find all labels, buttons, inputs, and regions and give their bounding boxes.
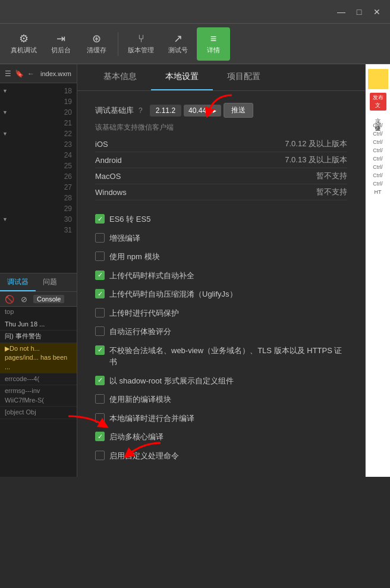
settings-panel: 基本信息 本地设置 项目配置 调试基础库 ? 2.11.2 40.44%▸ 推送… bbox=[77, 64, 365, 477]
line-number-18: 18 bbox=[0, 86, 77, 96]
clear-cache-icon: ⊛ bbox=[92, 33, 101, 44]
test-num-button[interactable]: ↗ 测试号 bbox=[161, 27, 194, 61]
debugger-tab[interactable]: 调试器 bbox=[0, 273, 36, 291]
publish-text: 文 bbox=[375, 102, 380, 108]
debugger-tabs: 调试器 问题 bbox=[0, 273, 77, 292]
details-label: 详情 bbox=[207, 46, 220, 55]
shortcut-8: Ctrl/ bbox=[373, 181, 383, 187]
main-content: ☰ 🔖 ← index.wxm 18 19 20 21 22 23 24 25 … bbox=[0, 64, 390, 477]
label-protect: 上传时进行代码保护 bbox=[109, 307, 347, 319]
console-messages: Thu Jun 18 ... 问) 事件警告 ▶Do not h... page… bbox=[0, 316, 77, 422]
ios-label: iOS bbox=[95, 140, 143, 149]
ios-version: 7.0.12 及以上版本 bbox=[285, 139, 347, 149]
checkbox-row-uglify: 上传代码时自动压缩混淆（UglifyJs） bbox=[95, 285, 347, 304]
checkbox-npm[interactable] bbox=[95, 251, 105, 261]
checkbox-row-es6: ES6 转 ES5 bbox=[95, 210, 347, 229]
checkbox-row-auto-eval: 自动运行体验评分 bbox=[95, 322, 347, 341]
line-number-30: 30 bbox=[0, 214, 77, 225]
checkbox-merge-compile[interactable] bbox=[95, 413, 105, 423]
yellow-sticky bbox=[368, 69, 388, 89]
tab-basic-info[interactable]: 基本信息 bbox=[89, 64, 151, 90]
debug-lib-version: 2.11.2 bbox=[150, 105, 181, 117]
real-machine-button[interactable]: ⚙ 真机调试 bbox=[6, 27, 42, 61]
checkbox-multicore[interactable] bbox=[95, 432, 105, 441]
question-icon[interactable]: ? bbox=[139, 106, 143, 115]
hamburger-icon[interactable]: ☰ bbox=[5, 70, 11, 78]
checkbox-row-protect: 上传时进行代码保护 bbox=[95, 304, 347, 323]
line-number-19: 19 bbox=[0, 96, 77, 107]
line-number-29: 29 bbox=[0, 203, 77, 214]
checkbox-es6[interactable] bbox=[95, 214, 105, 224]
debug-lib-progress: 40.44%▸ bbox=[184, 105, 221, 117]
label-npm: 使用 npm 模块 bbox=[109, 251, 347, 263]
left-panel: ☰ 🔖 ← index.wxm 18 19 20 21 22 23 24 25 … bbox=[0, 64, 77, 477]
checkbox-row-no-check: 不校验合法域名、web-view（业务域名）、TLS 版本以及 HTTPS 证书 bbox=[95, 341, 347, 372]
label-custom-handler: 启用自定义处理命令 bbox=[109, 450, 347, 462]
label-shadow: 以 shadow-root 形式展示自定义组件 bbox=[109, 375, 347, 387]
console-top: top bbox=[0, 307, 77, 316]
settings-tabs: 基本信息 本地设置 项目配置 bbox=[77, 64, 365, 91]
clear-cache-button[interactable]: ⊛ 清缓存 bbox=[80, 27, 113, 61]
checkbox-protect[interactable] bbox=[95, 308, 105, 317]
filename: index.wxm bbox=[40, 70, 71, 77]
bookmark-icon[interactable]: 🔖 bbox=[15, 70, 24, 78]
checkbox-row-enhance: 增强编译 bbox=[95, 229, 347, 248]
label-uglify: 上传代码时自动压缩混淆（UglifyJs） bbox=[109, 288, 347, 300]
label-new-compiler: 使用新的编译模块 bbox=[109, 394, 347, 405]
far-right-content: 发布 文 文 注 快捷键 Ctrl/ Ctrl/ Ctrl/ Ctrl/ Ctr… bbox=[366, 64, 390, 477]
checkbox-row-npm: 使用 npm 模块 bbox=[95, 247, 347, 266]
checkbox-custom-handler[interactable] bbox=[95, 451, 105, 460]
publish-label: 发布 bbox=[373, 95, 383, 100]
line-number-31: 31 bbox=[0, 225, 77, 235]
real-machine-label: 真机调试 bbox=[11, 46, 37, 55]
platform-windows: Windows 暂不支持 bbox=[95, 184, 347, 200]
checkbox-new-compiler[interactable] bbox=[95, 394, 105, 404]
platform-list: iOS 7.0.12 及以上版本 Android 7.0.13 及以上版本 Ma… bbox=[95, 136, 347, 200]
back-icon[interactable]: ← bbox=[27, 70, 34, 78]
checkbox-row-merge-compile: 本地编译时进行合并编译 bbox=[95, 409, 347, 428]
checkbox-auto-eval[interactable] bbox=[95, 326, 105, 336]
tab-project-config[interactable]: 项目配置 bbox=[213, 64, 275, 90]
windows-label: Windows bbox=[95, 188, 143, 197]
macos-version: 暂不支持 bbox=[316, 171, 347, 181]
macos-label: MacOS bbox=[95, 172, 143, 181]
switch-bg-label: 切后台 bbox=[51, 46, 71, 55]
push-button[interactable]: 推送 bbox=[224, 103, 253, 118]
checkbox-uglify[interactable] bbox=[95, 289, 105, 298]
console-clear-btn[interactable]: 🚫 bbox=[4, 293, 15, 305]
test-num-icon: ↗ bbox=[174, 33, 183, 44]
details-icon: ≡ bbox=[210, 33, 217, 44]
close-button[interactable]: ✕ bbox=[369, 4, 385, 20]
label-es6: ES6 转 ES5 bbox=[109, 213, 347, 225]
line-number-20: 20 bbox=[0, 107, 77, 118]
checkbox-style[interactable] bbox=[95, 271, 105, 280]
version-mgmt-button[interactable]: ⑂ 版本管理 bbox=[123, 27, 159, 61]
publish-badge[interactable]: 发布 文 bbox=[370, 93, 386, 111]
checkbox-enhance[interactable] bbox=[95, 233, 105, 243]
maximize-button[interactable]: □ bbox=[351, 4, 367, 20]
details-button[interactable]: ≡ 详情 bbox=[197, 27, 230, 61]
console-toolbar: 🚫 ⊘ Console bbox=[0, 292, 77, 307]
console-area: 🚫 ⊘ Console top Thu Jun 18 ... 问) 事件警告 ▶… bbox=[0, 292, 77, 477]
version-mgmt-icon: ⑂ bbox=[138, 33, 144, 44]
checkbox-row-style: 上传代码时样式自动补全 bbox=[95, 266, 347, 285]
title-bar: — □ ✕ bbox=[0, 0, 390, 24]
line-number-24: 24 bbox=[0, 150, 77, 161]
console-label[interactable]: Console bbox=[33, 295, 64, 303]
android-version: 7.0.13 及以上版本 bbox=[285, 155, 347, 165]
checkbox-no-check[interactable] bbox=[95, 345, 105, 355]
console-msg-5: errmsg---inv WiiC7fMre-S( bbox=[0, 385, 77, 407]
minimize-button[interactable]: — bbox=[333, 4, 350, 20]
tab-local-settings[interactable]: 本地设置 bbox=[151, 64, 213, 90]
line-number-23: 23 bbox=[0, 139, 77, 150]
switch-bg-button[interactable]: ⇥ 切后台 bbox=[44, 27, 77, 61]
line-number-28: 28 bbox=[0, 193, 77, 203]
real-machine-icon: ⚙ bbox=[19, 33, 29, 44]
label-no-check: 不校验合法域名、web-view（业务域名）、TLS 版本以及 HTTPS 证书 bbox=[109, 345, 347, 368]
clear-cache-label: 清缓存 bbox=[87, 46, 106, 55]
issues-tab[interactable]: 问题 bbox=[36, 273, 64, 291]
checkbox-shadow[interactable] bbox=[95, 376, 105, 385]
settings-content: 调试基础库 ? 2.11.2 40.44%▸ 推送 该基础库支持微信客户端 iO… bbox=[77, 91, 365, 477]
console-stop-btn[interactable]: ⊘ bbox=[18, 293, 30, 305]
toolbar-separator-1 bbox=[118, 32, 118, 56]
